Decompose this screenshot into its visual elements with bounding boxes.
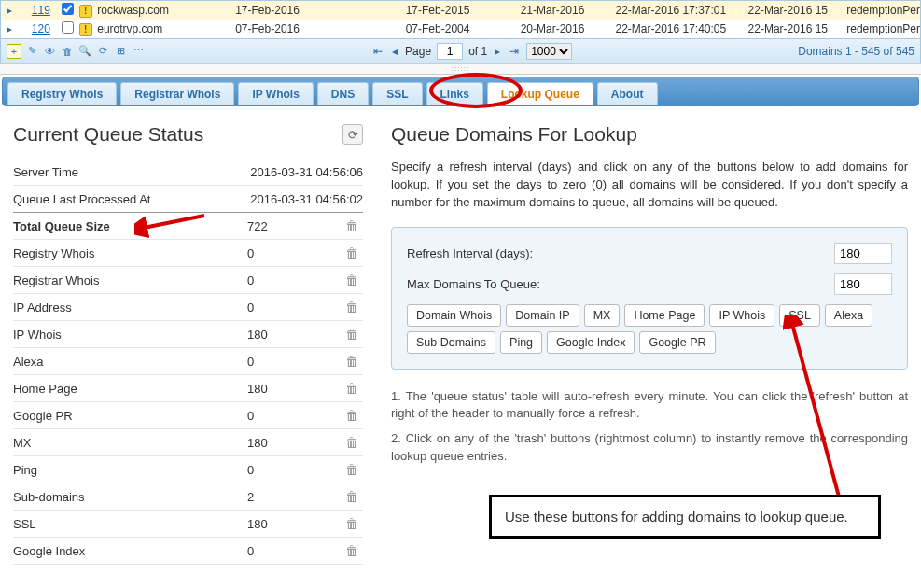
page-size-select[interactable]: 1000	[526, 43, 572, 60]
page-label: Page	[405, 45, 431, 58]
tab-links[interactable]: Links	[426, 82, 483, 105]
trash-icon[interactable]: 🗑	[341, 381, 363, 396]
status-label: Registrar Whois	[13, 273, 247, 287]
last-page-icon[interactable]: ⇥	[508, 45, 521, 58]
trash-icon[interactable]: 🗑	[341, 300, 363, 315]
trash-icon[interactable]: 🗑	[341, 543, 363, 558]
tab-ip-whois[interactable]: IP Whois	[238, 82, 313, 105]
queue-button[interactable]: SSL	[779, 304, 820, 327]
row-id-link[interactable]: 120	[32, 22, 50, 35]
grid-row[interactable]: ▸120!eurotrvp.com07-Feb-201607-Feb-20042…	[1, 20, 920, 38]
page-of-label: of 1	[468, 45, 487, 58]
refresh-button[interactable]: ⟳	[342, 124, 363, 145]
queue-button[interactable]: Home Page	[624, 304, 705, 327]
trash-icon[interactable]: 🗑	[341, 489, 363, 504]
status-label: SSL	[13, 517, 247, 531]
note-1: 1. The 'queue status' table will auto-re…	[391, 388, 908, 424]
processed-label: Queue Last Processed At	[13, 192, 232, 206]
status-label: IP Address	[13, 301, 247, 315]
row-id-link[interactable]: 119	[32, 4, 50, 17]
tab-dns[interactable]: DNS	[317, 82, 369, 105]
queue-button[interactable]: MX	[584, 304, 621, 327]
add-icon[interactable]: +	[7, 44, 21, 59]
row-checkbox[interactable]	[62, 21, 74, 34]
prev-page-icon[interactable]: ◂	[390, 45, 399, 58]
refresh-interval-label: Refresh Interval (days):	[407, 246, 834, 260]
status-value: 0	[247, 409, 341, 423]
server-time-value: 2016-03-31 04:56:06	[232, 165, 363, 179]
row-date5: 22-Mar-2016 15	[748, 4, 847, 17]
tabs-bar: Registry WhoisRegistrar WhoisIP WhoisDNS…	[2, 77, 919, 106]
status-label: MX	[13, 436, 247, 450]
row-status: redemptionPer	[846, 22, 920, 35]
trash-icon[interactable]: 🗑	[341, 273, 363, 287]
grid-toolbar: + ✎ 👁 🗑 🔍 ⟳ ⊞ ⋯ ⇤ ◂ Page of 1 ▸ ⇥ 1000 D…	[1, 38, 920, 63]
trash-icon[interactable]: 🗑	[341, 245, 363, 260]
status-row: Registrar Whois0🗑	[13, 267, 363, 294]
grid-row[interactable]: ▸119!rockwasp.com17-Feb-201617-Feb-20152…	[1, 1, 920, 20]
eye-icon[interactable]: 👁	[42, 44, 57, 59]
status-row: Home Page180🗑	[13, 375, 363, 402]
tab-registrar-whois[interactable]: Registrar Whois	[120, 82, 234, 105]
row-checkbox[interactable]	[62, 3, 74, 15]
tab-ssl[interactable]: SSL	[372, 82, 422, 105]
status-value: 2	[247, 490, 341, 504]
row-date3: 21-Mar-2016	[521, 4, 616, 17]
row-id: 119	[17, 4, 58, 17]
expand-icon[interactable]: ▸	[1, 4, 17, 17]
queue-button[interactable]: Sub Domains	[407, 331, 495, 354]
row-checkbox-cell	[58, 21, 77, 36]
status-value: 180	[247, 328, 341, 342]
trash-icon[interactable]: 🗑	[341, 516, 363, 531]
search-icon[interactable]: 🔍	[77, 44, 92, 59]
queue-status-title: Current Queue Status	[13, 123, 203, 146]
splitter-handle[interactable]: ::::::	[0, 63, 921, 75]
expand-icon[interactable]: ▸	[1, 22, 17, 35]
warning-icon: !	[79, 23, 92, 36]
trash-icon[interactable]: 🗑	[341, 327, 363, 342]
status-value: 180	[247, 436, 341, 450]
row-date4: 22-Mar-2016 17:37:01	[615, 4, 747, 17]
columns-icon[interactable]: ⊞	[113, 44, 128, 59]
trash-icon[interactable]: 🗑	[341, 218, 363, 233]
status-row: Alexa0🗑	[13, 348, 363, 375]
status-label: Sub-domains	[13, 490, 247, 504]
status-label: Registry Whois	[13, 246, 247, 260]
trash-icon[interactable]: 🗑	[341, 462, 363, 477]
trash-icon[interactable]: 🗑	[341, 354, 363, 369]
queue-button[interactable]: Alexa	[825, 304, 872, 327]
next-page-icon[interactable]: ▸	[493, 45, 502, 58]
page-input[interactable]	[437, 43, 463, 60]
queue-button[interactable]: Ping	[500, 331, 542, 354]
queue-status-table: Server Time 2016-03-31 04:56:06 Queue La…	[13, 159, 363, 565]
status-label: IP Whois	[13, 328, 247, 342]
row-date2: 07-Feb-2004	[406, 22, 521, 35]
edit-icon[interactable]: ✎	[24, 44, 39, 59]
callout-text: Use these buttons for adding domains to …	[505, 509, 848, 525]
tab-about[interactable]: About	[597, 82, 658, 105]
status-value: 0	[247, 246, 341, 260]
first-page-icon[interactable]: ⇤	[371, 45, 384, 58]
tab-registry-whois[interactable]: Registry Whois	[7, 82, 117, 105]
refresh-interval-input[interactable]	[834, 243, 892, 264]
more-icon[interactable]: ⋯	[131, 44, 146, 59]
trash-icon[interactable]: 🗑	[341, 435, 363, 450]
max-domains-input[interactable]	[834, 273, 892, 295]
queue-button[interactable]: Google PR	[639, 331, 715, 354]
status-label: Google Index	[13, 544, 247, 558]
queue-button[interactable]: Domain IP	[506, 304, 579, 327]
row-id: 120	[17, 22, 58, 35]
status-value: 0	[247, 355, 341, 369]
tab-lookup-queue[interactable]: Lookup Queue	[487, 82, 593, 105]
delete-icon[interactable]: 🗑	[60, 44, 75, 59]
queue-button[interactable]: Google Index	[547, 331, 635, 354]
row-warning: !	[77, 22, 93, 36]
status-row: Ping0🗑	[13, 456, 363, 483]
lookup-intro: Specify a refresh interval (days) and cl…	[391, 159, 908, 212]
trash-icon[interactable]: 🗑	[341, 408, 363, 423]
queue-button[interactable]: Domain Whois	[407, 304, 501, 327]
queue-button[interactable]: IP Whois	[709, 304, 774, 327]
lookup-form: Refresh Interval (days): Max Domains To …	[391, 227, 908, 370]
refresh-icon[interactable]: ⟳	[95, 44, 110, 59]
status-label: Google PR	[13, 409, 247, 423]
